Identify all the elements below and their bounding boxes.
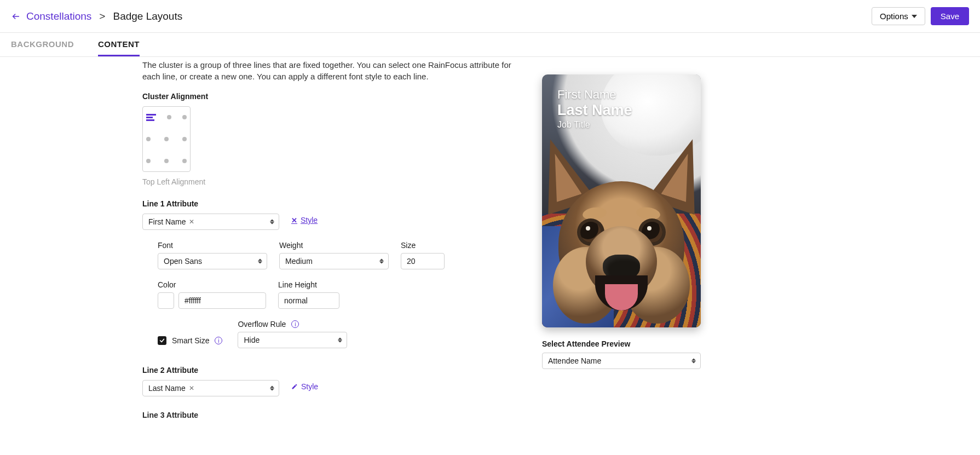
align-bottom-right[interactable] [182,159,187,163]
line1-attribute-value: First Name [148,217,186,226]
size-label: Size [401,241,445,250]
align-middle-left[interactable] [146,137,151,141]
weight-value: Medium [285,257,313,266]
line2-style-link[interactable]: Style [291,382,318,391]
attendee-preview-select[interactable]: Attendee Name [542,353,701,369]
info-icon[interactable]: i [291,320,299,328]
line3-attribute-label: Line 3 Attribute [142,411,520,419]
overflow-rule-label: Overflow Rule [238,320,286,329]
options-button-label: Options [880,11,908,21]
line2-attribute-clear-icon[interactable]: ✕ [189,384,194,392]
badge-preview: First Name Last Name Job Title [542,74,701,327]
cluster-alignment-label: Cluster Alignment [142,92,520,101]
options-button[interactable]: Options [872,7,925,25]
font-label: Font [158,241,267,250]
line-height-input[interactable]: normal [278,292,339,309]
attendee-preview-value: Attendee Name [548,356,601,365]
preview-line2: Last Name [557,102,632,119]
line1-style-link[interactable]: ✕ Style [291,216,318,224]
smart-size-label: Smart Size [172,336,209,345]
attendee-preview-label: Select Attendee Preview [542,339,728,348]
color-value: #ffffff [185,296,201,305]
line2-style-link-label: Style [301,382,318,391]
size-value: 20 [407,257,416,266]
preview-line3: Job Title [557,120,632,130]
align-middle-center[interactable] [164,137,169,141]
align-top-left-icon[interactable] [146,114,156,121]
color-input[interactable]: #ffffff [178,292,266,309]
breadcrumb-current: Badge Layouts [113,10,182,22]
line1-style-link-label: Style [301,216,318,224]
line2-attribute-select[interactable]: Last Name ✕ [142,380,279,396]
color-swatch[interactable] [158,292,174,309]
font-value: Open Sans [164,257,202,266]
align-top-right[interactable] [182,115,187,119]
align-middle-right[interactable] [182,137,187,141]
font-select[interactable]: Open Sans [158,253,267,269]
weight-select[interactable]: Medium [279,253,389,269]
info-icon[interactable]: i [215,337,222,344]
align-bottom-center[interactable] [164,159,169,163]
overflow-rule-value: Hide [244,336,260,344]
size-input[interactable]: 20 [401,253,445,269]
align-bottom-left[interactable] [146,159,151,163]
line1-attribute-select[interactable]: First Name ✕ [142,214,279,230]
alignment-caption: Top Left Alignment [142,177,520,186]
back-arrow-icon[interactable] [11,11,21,21]
line-height-value: normal [284,296,308,305]
save-button[interactable]: Save [931,7,969,25]
line-height-label: Line Height [278,280,339,289]
line1-attribute-label: Line 1 Attribute [142,199,520,208]
alignment-grid[interactable] [142,106,191,172]
close-style-icon[interactable]: ✕ [291,216,297,224]
color-label: Color [158,280,266,289]
tabs: BACKGROUND CONTENT [0,33,980,57]
pencil-icon [291,383,298,390]
tab-content[interactable]: CONTENT [98,33,140,56]
line2-attribute-label: Line 2 Attribute [142,366,520,375]
cluster-description: The cluster is a group of three lines th… [142,59,520,82]
preview-line1: First Name [557,88,632,102]
breadcrumb-separator: > [99,10,105,22]
tab-background[interactable]: BACKGROUND [11,33,74,56]
overflow-rule-select[interactable]: Hide [238,332,347,348]
line2-attribute-value: Last Name [148,384,186,393]
line1-attribute-clear-icon[interactable]: ✕ [189,218,194,226]
align-top-center[interactable] [167,115,171,119]
caret-down-icon [912,15,917,18]
smart-size-checkbox[interactable] [158,336,166,345]
breadcrumb-link-constellations[interactable]: Constellations [26,10,91,22]
weight-label: Weight [279,241,389,250]
